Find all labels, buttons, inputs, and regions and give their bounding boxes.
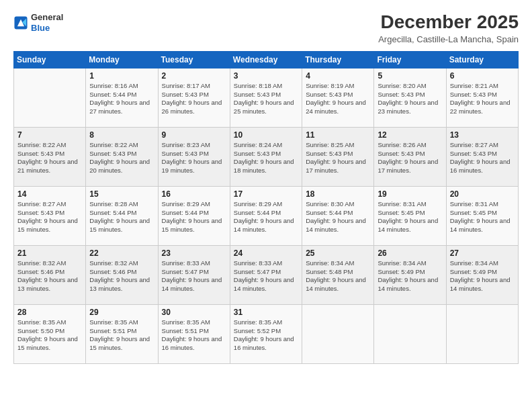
day-info: Sunrise: 8:34 AM Sunset: 5:49 PM Dayligh… [450,259,515,293]
calendar-page: General Blue December 2025 Argecilla, Ca… [0,0,532,411]
table-cell: 28Sunrise: 8:35 AM Sunset: 5:50 PM Dayli… [14,304,86,363]
day-info: Sunrise: 8:35 AM Sunset: 5:52 PM Dayligh… [234,318,298,353]
table-cell: 2Sunrise: 8:17 AM Sunset: 5:43 PM Daylig… [158,68,230,127]
page-header: General Blue December 2025 Argecilla, Ca… [13,12,519,44]
day-number: 8 [89,130,154,140]
day-number: 19 [378,189,442,199]
day-info: Sunrise: 8:27 AM Sunset: 5:43 PM Dayligh… [450,141,515,175]
table-cell: 15Sunrise: 8:28 AM Sunset: 5:44 PM Dayli… [86,186,158,245]
day-info: Sunrise: 8:35 AM Sunset: 5:51 PM Dayligh… [89,318,154,353]
day-number: 12 [378,130,442,140]
day-info: Sunrise: 8:35 AM Sunset: 5:50 PM Dayligh… [17,318,82,353]
table-cell: 30Sunrise: 8:35 AM Sunset: 5:51 PM Dayli… [158,304,230,363]
day-number: 16 [162,189,226,199]
table-cell: 12Sunrise: 8:26 AM Sunset: 5:43 PM Dayli… [374,127,446,186]
day-number: 11 [306,130,370,140]
day-info: Sunrise: 8:33 AM Sunset: 5:47 PM Dayligh… [162,259,226,293]
day-info: Sunrise: 8:31 AM Sunset: 5:45 PM Dayligh… [450,200,515,234]
week-row-3: 14Sunrise: 8:27 AM Sunset: 5:43 PM Dayli… [14,186,519,245]
weekday-header-row: Sunday Monday Tuesday Wednesday Thursday… [14,51,519,68]
day-number: 25 [306,248,370,258]
day-number: 26 [378,248,442,258]
day-number: 13 [450,130,515,140]
day-number: 3 [234,71,298,81]
day-number: 15 [89,189,154,199]
day-info: Sunrise: 8:31 AM Sunset: 5:45 PM Dayligh… [378,200,442,234]
day-number: 18 [306,189,370,199]
header-saturday: Saturday [446,51,518,68]
logo: General Blue [13,12,63,33]
table-cell [14,68,86,127]
table-cell: 23Sunrise: 8:33 AM Sunset: 5:47 PM Dayli… [158,245,230,304]
day-number: 27 [450,248,515,258]
day-info: Sunrise: 8:17 AM Sunset: 5:43 PM Dayligh… [162,82,226,116]
table-cell: 17Sunrise: 8:29 AM Sunset: 5:44 PM Dayli… [230,186,302,245]
day-info: Sunrise: 8:20 AM Sunset: 5:43 PM Dayligh… [378,82,442,116]
day-info: Sunrise: 8:23 AM Sunset: 5:43 PM Dayligh… [162,141,226,175]
day-info: Sunrise: 8:33 AM Sunset: 5:47 PM Dayligh… [234,259,298,293]
week-row-5: 28Sunrise: 8:35 AM Sunset: 5:50 PM Dayli… [14,304,519,363]
table-cell: 11Sunrise: 8:25 AM Sunset: 5:43 PM Dayli… [302,127,374,186]
day-info: Sunrise: 8:25 AM Sunset: 5:43 PM Dayligh… [306,141,370,175]
table-cell: 1Sunrise: 8:16 AM Sunset: 5:44 PM Daylig… [86,68,158,127]
table-cell: 14Sunrise: 8:27 AM Sunset: 5:43 PM Dayli… [14,186,86,245]
day-number: 22 [89,248,154,258]
table-cell: 29Sunrise: 8:35 AM Sunset: 5:51 PM Dayli… [86,304,158,363]
day-info: Sunrise: 8:28 AM Sunset: 5:44 PM Dayligh… [89,200,154,234]
day-info: Sunrise: 8:35 AM Sunset: 5:51 PM Dayligh… [162,318,226,353]
day-number: 29 [89,308,154,317]
title-block: December 2025 Argecilla, Castille-La Man… [378,12,519,44]
table-cell: 25Sunrise: 8:34 AM Sunset: 5:48 PM Dayli… [302,245,374,304]
day-number: 4 [306,71,370,81]
day-number: 24 [234,248,298,258]
table-cell: 16Sunrise: 8:29 AM Sunset: 5:44 PM Dayli… [158,186,230,245]
table-cell [302,304,374,363]
day-number: 14 [17,189,82,199]
day-number: 10 [234,130,298,140]
day-number: 9 [162,130,226,140]
day-info: Sunrise: 8:18 AM Sunset: 5:43 PM Dayligh… [234,82,298,116]
logo-text: General Blue [31,12,63,33]
header-tuesday: Tuesday [158,51,230,68]
week-row-4: 21Sunrise: 8:32 AM Sunset: 5:46 PM Dayli… [14,245,519,304]
day-info: Sunrise: 8:22 AM Sunset: 5:43 PM Dayligh… [17,141,82,175]
day-info: Sunrise: 8:29 AM Sunset: 5:44 PM Dayligh… [234,200,298,234]
table-cell: 19Sunrise: 8:31 AM Sunset: 5:45 PM Dayli… [374,186,446,245]
table-cell: 5Sunrise: 8:20 AM Sunset: 5:43 PM Daylig… [374,68,446,127]
day-number: 5 [378,71,442,81]
table-cell: 7Sunrise: 8:22 AM Sunset: 5:43 PM Daylig… [14,127,86,186]
day-number: 21 [17,248,82,258]
day-number: 7 [17,130,82,140]
day-number: 28 [17,308,82,317]
day-info: Sunrise: 8:19 AM Sunset: 5:43 PM Dayligh… [306,82,370,116]
table-cell [374,304,446,363]
day-info: Sunrise: 8:34 AM Sunset: 5:48 PM Dayligh… [306,259,370,293]
header-thursday: Thursday [302,51,374,68]
day-number: 23 [162,248,226,258]
table-cell: 6Sunrise: 8:21 AM Sunset: 5:43 PM Daylig… [446,68,518,127]
day-number: 2 [162,71,226,81]
location: Argecilla, Castille-La Mancha, Spain [378,34,519,44]
table-cell: 20Sunrise: 8:31 AM Sunset: 5:45 PM Dayli… [446,186,518,245]
day-number: 6 [450,71,515,81]
table-cell: 24Sunrise: 8:33 AM Sunset: 5:47 PM Dayli… [230,245,302,304]
table-cell: 13Sunrise: 8:27 AM Sunset: 5:43 PM Dayli… [446,127,518,186]
day-number: 1 [89,71,154,81]
day-info: Sunrise: 8:26 AM Sunset: 5:43 PM Dayligh… [378,141,442,175]
day-info: Sunrise: 8:34 AM Sunset: 5:49 PM Dayligh… [378,259,442,293]
day-info: Sunrise: 8:32 AM Sunset: 5:46 PM Dayligh… [17,259,82,293]
header-friday: Friday [374,51,446,68]
table-cell [446,304,518,363]
day-info: Sunrise: 8:32 AM Sunset: 5:46 PM Dayligh… [89,259,154,293]
table-cell: 18Sunrise: 8:30 AM Sunset: 5:44 PM Dayli… [302,186,374,245]
table-cell: 3Sunrise: 8:18 AM Sunset: 5:43 PM Daylig… [230,68,302,127]
day-info: Sunrise: 8:30 AM Sunset: 5:44 PM Dayligh… [306,200,370,234]
month-title: December 2025 [378,12,519,33]
table-cell: 10Sunrise: 8:24 AM Sunset: 5:43 PM Dayli… [230,127,302,186]
header-monday: Monday [86,51,158,68]
day-info: Sunrise: 8:24 AM Sunset: 5:43 PM Dayligh… [234,141,298,175]
table-cell: 22Sunrise: 8:32 AM Sunset: 5:46 PM Dayli… [86,245,158,304]
header-sunday: Sunday [14,51,86,68]
table-cell: 4Sunrise: 8:19 AM Sunset: 5:43 PM Daylig… [302,68,374,127]
day-info: Sunrise: 8:21 AM Sunset: 5:43 PM Dayligh… [450,82,515,116]
